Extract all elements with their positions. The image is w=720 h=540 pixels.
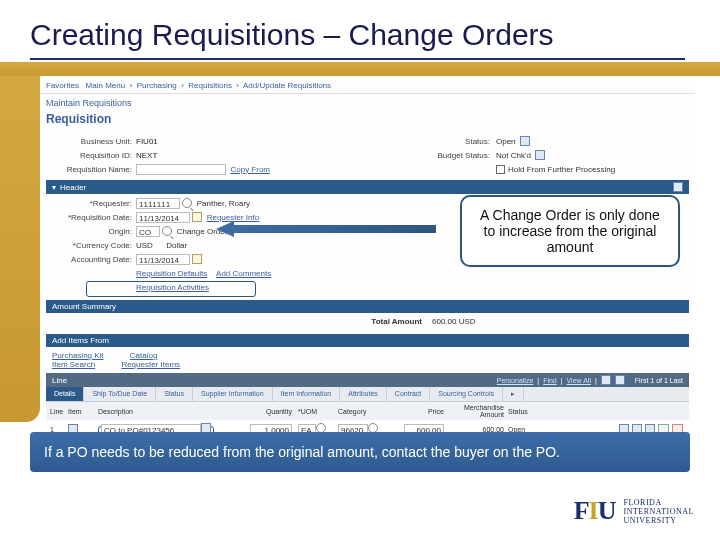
crumb-purchasing[interactable]: Purchasing: [137, 81, 177, 90]
bu-label: Business Unit:: [46, 137, 136, 146]
tab-details[interactable]: Details: [46, 387, 84, 401]
tab-sourcing[interactable]: Sourcing Controls: [430, 387, 503, 401]
col-item: Item: [68, 408, 98, 415]
amount-summary-bar: Amount Summary: [46, 300, 689, 313]
zoom-icon[interactable]: [601, 375, 611, 385]
crumb-addupdate[interactable]: Add/Update Requisitions: [243, 81, 331, 90]
req-defaults-link[interactable]: Requisition Defaults: [136, 269, 207, 278]
col-amt: Merchandise Amount: [448, 404, 508, 418]
requester-items-link[interactable]: Requester Items: [121, 360, 180, 369]
personalize-link[interactable]: Personalize: [497, 377, 534, 384]
total-amount: 600.00 USD: [432, 317, 476, 326]
reqname-label: Requisition Name:: [46, 165, 136, 174]
hold-label: Hold From Further Processing: [508, 165, 615, 174]
col-status: Status: [508, 408, 548, 415]
download-icon[interactable]: [615, 375, 625, 385]
title-underline: [30, 58, 685, 60]
reqid-label: Requisition ID:: [46, 151, 136, 160]
tab-expand-icon[interactable]: ▸: [503, 387, 524, 401]
acctdate-label: Accounting Date:: [46, 255, 136, 264]
col-cat: Category: [338, 408, 393, 415]
currency-value: USD: [136, 241, 153, 250]
fiu-logo: FIU Florida International University: [574, 496, 694, 526]
reqdate-label: *Requisition Date:: [46, 213, 136, 222]
copy-from-link[interactable]: Copy From: [230, 165, 270, 174]
bu-value: FIU01: [136, 137, 158, 146]
callout-bubble: A Change Order is only done to increase …: [460, 195, 680, 267]
row-counter: First 1 of 1 Last: [635, 377, 683, 384]
col-desc: Description: [98, 408, 238, 415]
currency-label: *Currency Code:: [46, 241, 136, 250]
origin-label: Origin:: [46, 227, 136, 236]
tab-contract[interactable]: Contract: [387, 387, 430, 401]
col-qty: Quantity: [238, 408, 298, 415]
logo-mark: FIU: [574, 496, 616, 526]
line-tabs: Details Ship To/Due Date Status Supplier…: [46, 387, 689, 402]
header-collapse-bar[interactable]: ▾ Header: [46, 180, 689, 194]
col-price: Price: [393, 408, 448, 415]
line-bar-label: Line: [52, 376, 67, 385]
requester-label: *Requester:: [46, 199, 136, 208]
crumb-requisitions[interactable]: Requisitions: [188, 81, 232, 90]
tab-iteminfo[interactable]: Item Information: [273, 387, 341, 401]
tab-status[interactable]: Status: [156, 387, 193, 401]
slide-title: Creating Requisitions – Change Orders: [30, 18, 554, 52]
page-subhead: Maintain Requisitions: [40, 94, 695, 110]
grid-header: Line Item Description Quantity *UOM Cate…: [46, 402, 689, 420]
find-link[interactable]: Find: [543, 377, 557, 384]
header-help-icon[interactable]: [673, 182, 683, 192]
cancel-icon[interactable]: [520, 136, 530, 146]
add-items-bar: Add Items From: [46, 334, 689, 347]
tab-supplier[interactable]: Supplier Information: [193, 387, 273, 401]
req-activities-link[interactable]: Requisition Activities: [136, 283, 209, 292]
origin-input[interactable]: CO: [136, 226, 160, 237]
status-label: Status:: [386, 137, 496, 146]
col-line: Line: [46, 408, 68, 415]
bottom-note-banner: If a PO needs to be reduced from the ori…: [30, 432, 690, 472]
col-uom: *UOM: [298, 408, 338, 415]
budget-check-icon[interactable]: [535, 150, 545, 160]
purchasing-kit-link[interactable]: Purchasing Kit: [52, 351, 104, 360]
viewall-link[interactable]: View All: [567, 377, 591, 384]
crumb-mainmenu[interactable]: Main Menu: [86, 81, 126, 90]
reqdate-input[interactable]: 11/13/2014: [136, 212, 190, 223]
reqname-input[interactable]: [136, 164, 226, 175]
calendar-icon[interactable]: [192, 212, 202, 222]
breadcrumb: Favorites Main Menu › Purchasing › Requi…: [40, 78, 695, 94]
total-label: Total Amount: [52, 317, 432, 326]
budget-label: Budget Status:: [386, 151, 496, 160]
catalog-link[interactable]: Catalog: [130, 351, 158, 360]
calendar-icon[interactable]: [192, 254, 202, 264]
logo-text: Florida International University: [624, 498, 695, 525]
hold-checkbox[interactable]: [496, 165, 505, 174]
currency-desc: Dollar: [166, 241, 187, 250]
requester-input[interactable]: 1111111: [136, 198, 180, 209]
tab-attributes[interactable]: Attributes: [340, 387, 387, 401]
header-bar-label: Header: [60, 183, 86, 192]
bottom-note-text: If a PO needs to be reduced from the ori…: [44, 444, 560, 460]
item-search-link[interactable]: Item Search: [52, 360, 95, 369]
page-title: Requisition: [40, 110, 695, 132]
status-value: Open: [496, 137, 516, 146]
lookup-icon[interactable]: [162, 226, 172, 236]
reqid-value: NEXT: [136, 151, 157, 160]
callout-arrow: [216, 220, 436, 238]
acctdate-input[interactable]: 11/13/2014: [136, 254, 190, 265]
tab-ship[interactable]: Ship To/Due Date: [84, 387, 156, 401]
add-comments-link[interactable]: Add Comments: [216, 269, 271, 278]
lookup-icon[interactable]: [182, 198, 192, 208]
crumb-favorites[interactable]: Favorites: [46, 81, 79, 90]
gold-accent: [0, 62, 40, 422]
requester-name: Panther, Roary: [197, 199, 250, 208]
budget-value: Not Chk'd: [496, 151, 531, 160]
svg-marker-0: [216, 221, 436, 237]
callout-text: A Change Order is only done to increase …: [480, 207, 660, 255]
